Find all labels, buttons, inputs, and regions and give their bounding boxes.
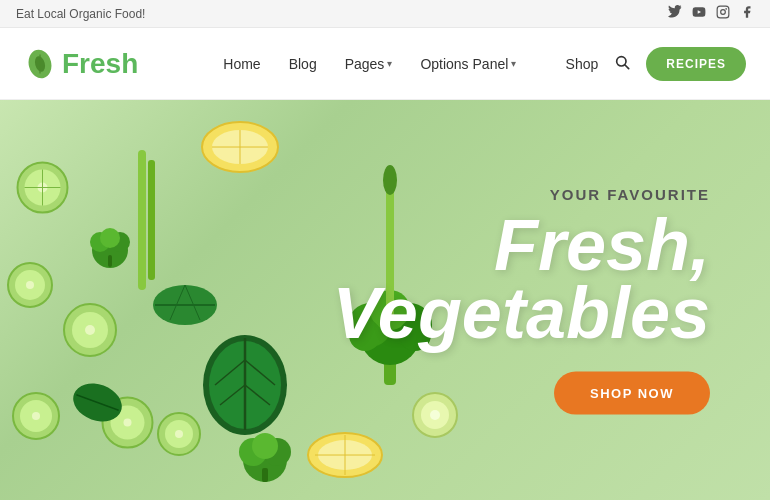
pages-dropdown-icon: ▾ xyxy=(387,58,392,69)
small-leaf-1 xyxy=(70,380,125,425)
svg-point-31 xyxy=(100,228,120,248)
header: Fresh Home Blog Pages ▾ Options Panel ▾ … xyxy=(0,28,770,100)
parsley-1 xyxy=(85,220,135,270)
cucumber-slice-4 xyxy=(10,390,62,442)
main-nav: Home Blog Pages ▾ Options Panel ▾ xyxy=(174,56,566,72)
parsley-2 xyxy=(235,430,295,485)
logo-text: Fresh xyxy=(62,48,138,80)
svg-point-18 xyxy=(85,325,95,335)
lemon-slice-bottom xyxy=(305,430,385,480)
svg-point-21 xyxy=(32,412,40,420)
svg-point-2 xyxy=(726,9,727,10)
svg-point-15 xyxy=(26,281,34,289)
svg-line-7 xyxy=(625,65,629,69)
nav-pages[interactable]: Pages ▾ xyxy=(345,56,393,72)
svg-rect-65 xyxy=(262,468,268,482)
green-leaf-1 xyxy=(150,280,220,330)
instagram-icon[interactable] xyxy=(716,5,730,22)
cucumber-slice-bottom-2 xyxy=(155,410,203,458)
lemon-slice-1 xyxy=(200,120,280,175)
hero-title-line2: Vegetables xyxy=(332,279,710,347)
shop-now-button[interactable]: SHOP NOW xyxy=(554,371,710,414)
logo[interactable]: Fresh xyxy=(24,48,174,80)
logo-leaf-icon xyxy=(24,48,56,80)
svg-rect-26 xyxy=(138,150,146,290)
nav-home[interactable]: Home xyxy=(223,56,260,72)
social-icons xyxy=(668,5,754,22)
hero-section: YOUR FAVOURITE Fresh, Vegetables SHOP NO… xyxy=(0,100,770,500)
hero-text-block: YOUR FAVOURITE Fresh, Vegetables SHOP NO… xyxy=(332,186,710,415)
nav-right: Shop RECIPES xyxy=(566,47,746,81)
svg-rect-32 xyxy=(108,255,112,267)
cucumber-slice-1 xyxy=(15,160,70,215)
facebook-icon[interactable] xyxy=(740,5,754,22)
options-dropdown-icon: ▾ xyxy=(511,58,516,69)
svg-rect-27 xyxy=(148,160,155,280)
top-bar: Eat Local Organic Food! xyxy=(0,0,770,28)
cucumber-slice-3 xyxy=(60,300,120,360)
twitter-icon[interactable] xyxy=(668,5,682,22)
svg-point-56 xyxy=(175,430,183,438)
nav-shop[interactable]: Shop xyxy=(566,56,599,72)
recipes-button[interactable]: RECIPES xyxy=(646,47,746,81)
nav-blog[interactable]: Blog xyxy=(289,56,317,72)
hero-title-line1: Fresh, xyxy=(332,211,710,279)
hero-subtitle: YOUR FAVOURITE xyxy=(332,186,710,203)
cucumber-slice-2 xyxy=(5,260,55,310)
svg-point-64 xyxy=(252,433,278,459)
search-button[interactable] xyxy=(614,54,630,74)
svg-point-1 xyxy=(721,10,726,15)
youtube-icon[interactable] xyxy=(692,5,706,22)
svg-rect-0 xyxy=(717,6,729,18)
tagline: Eat Local Organic Food! xyxy=(16,7,145,21)
hero-title: Fresh, Vegetables xyxy=(332,211,710,348)
nav-options-panel[interactable]: Options Panel ▾ xyxy=(420,56,516,72)
spinach-leaf xyxy=(200,330,290,440)
